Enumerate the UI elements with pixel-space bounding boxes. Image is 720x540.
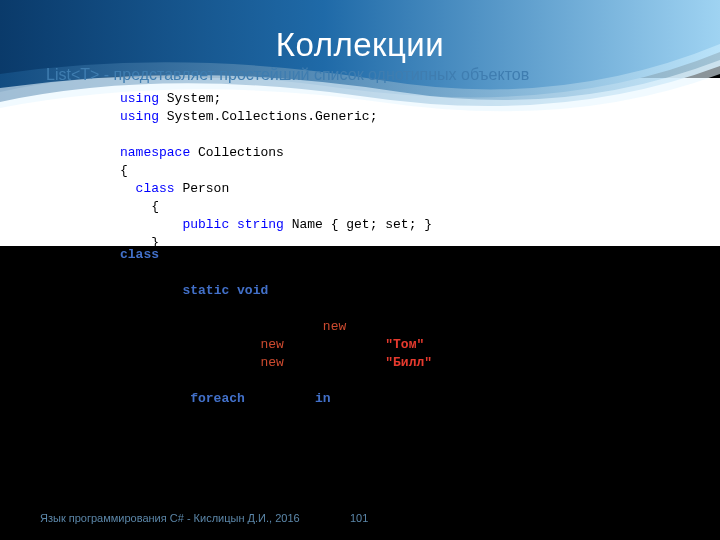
code-block-bottom: class static void new new "Том" new "Бил…	[120, 246, 680, 408]
kw-namespace: namespace	[120, 145, 190, 160]
kw-foreach: foreach	[190, 391, 245, 406]
page-number: 101	[350, 512, 368, 524]
kw-using: using	[120, 109, 159, 124]
kw-new: new	[323, 319, 346, 334]
string-literal: "Билл"	[385, 355, 432, 370]
slide-title: Коллекции	[0, 26, 720, 64]
kw-class: class	[120, 247, 159, 262]
kw-in: in	[315, 391, 331, 406]
slide: Коллекции List<T> - представляет простей…	[0, 0, 720, 540]
code-block-top: using System; using System.Collections.G…	[120, 90, 660, 252]
kw-class: class	[120, 181, 175, 196]
kw-using: using	[120, 91, 159, 106]
kw-new: new	[260, 355, 283, 370]
footer-text: Язык программирования C# - Кислицын Д.И.…	[40, 512, 300, 524]
kw-new: new	[260, 337, 283, 352]
kw-public-string: public string	[120, 217, 284, 232]
kw-static-void: static void	[182, 283, 268, 298]
slide-subtitle: List<T> - представляет простейший список…	[46, 66, 529, 84]
string-literal: "Том"	[385, 337, 424, 352]
